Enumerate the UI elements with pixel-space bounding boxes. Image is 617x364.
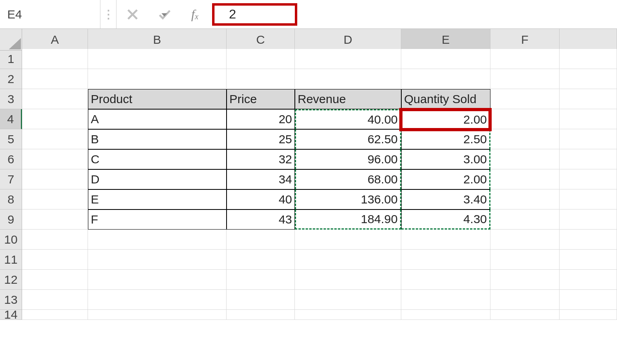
cell-a11[interactable]: [22, 250, 88, 270]
row-header-13[interactable]: 13: [0, 290, 22, 310]
cell-d8[interactable]: 136.00: [295, 189, 401, 209]
cell-b2[interactable]: [88, 69, 227, 89]
cell-a10[interactable]: [22, 230, 88, 250]
cell-d3[interactable]: Revenue: [295, 89, 401, 109]
row-header-1[interactable]: 1: [0, 49, 22, 69]
cell-b13[interactable]: [88, 290, 227, 310]
cell-g6[interactable]: [560, 149, 617, 169]
cell-a3[interactable]: [22, 89, 88, 109]
cell-a1[interactable]: [22, 49, 88, 69]
cell-e14[interactable]: [401, 310, 490, 320]
cell-a9[interactable]: [22, 209, 88, 230]
cell-e12[interactable]: [401, 270, 490, 290]
fx-icon[interactable]: fx: [181, 7, 209, 22]
cell-d4[interactable]: 40.00: [295, 109, 401, 129]
cell-c13[interactable]: [227, 290, 295, 310]
cell-e1[interactable]: [401, 49, 490, 69]
col-header-c[interactable]: C: [227, 29, 295, 51]
col-header-f[interactable]: F: [490, 29, 560, 51]
cell-c5[interactable]: 25: [227, 129, 295, 149]
cell-f7[interactable]: [490, 169, 560, 189]
cell-c14[interactable]: [227, 310, 295, 320]
cell-c1[interactable]: [227, 49, 295, 69]
cell-f6[interactable]: [490, 149, 560, 169]
cell-c2[interactable]: [227, 69, 295, 89]
cell-f2[interactable]: [490, 69, 560, 89]
cell-f1[interactable]: [490, 49, 560, 69]
cell-e13[interactable]: [401, 290, 490, 310]
row-header-3[interactable]: 3: [0, 89, 22, 109]
col-header-blank[interactable]: [560, 29, 617, 51]
cell-b10[interactable]: [88, 230, 227, 250]
cell-b8[interactable]: E: [88, 189, 227, 209]
cell-b12[interactable]: [88, 270, 227, 290]
cell-e10[interactable]: [401, 230, 490, 250]
cell-a13[interactable]: [22, 290, 88, 310]
cell-b6[interactable]: C: [88, 149, 227, 169]
cell-g2[interactable]: [560, 69, 617, 89]
col-header-b[interactable]: B: [88, 29, 227, 51]
row-header-12[interactable]: 12: [0, 270, 22, 290]
cell-f9[interactable]: [490, 209, 560, 230]
cell-c12[interactable]: [227, 270, 295, 290]
cell-g11[interactable]: [560, 250, 617, 270]
cancel-icon[interactable]: [116, 0, 149, 28]
cell-d11[interactable]: [295, 250, 401, 270]
cell-c9[interactable]: 43: [227, 209, 295, 230]
cell-e2[interactable]: [401, 69, 490, 89]
cell-c6[interactable]: 32: [227, 149, 295, 169]
row-header-4[interactable]: 4: [0, 109, 22, 129]
cell-d14[interactable]: [295, 310, 401, 320]
cell-e5[interactable]: 2.50: [401, 129, 490, 149]
cell-f13[interactable]: [490, 290, 560, 310]
cell-g12[interactable]: [560, 270, 617, 290]
cell-a8[interactable]: [22, 189, 88, 209]
cell-d5[interactable]: 62.50: [295, 129, 401, 149]
cell-c4[interactable]: 20: [227, 109, 295, 129]
row-header-9[interactable]: 9: [0, 209, 22, 230]
col-header-e[interactable]: E: [401, 29, 490, 51]
cell-c8[interactable]: 40: [227, 189, 295, 209]
cell-e9[interactable]: 4.30: [401, 209, 490, 230]
cell-d6[interactable]: 96.00: [295, 149, 401, 169]
cell-g3[interactable]: [560, 89, 617, 109]
col-header-a[interactable]: A: [22, 29, 88, 51]
row-header-5[interactable]: 5: [0, 129, 22, 149]
cell-c7[interactable]: 34: [227, 169, 295, 189]
cell-b7[interactable]: D: [88, 169, 227, 189]
cell-b5[interactable]: B: [88, 129, 227, 149]
formula-input[interactable]: [209, 7, 617, 22]
cell-g7[interactable]: [560, 169, 617, 189]
row-header-14[interactable]: 14: [0, 310, 22, 320]
cell-b1[interactable]: [88, 49, 227, 69]
cell-f5[interactable]: [490, 129, 560, 149]
cell-b9[interactable]: F: [88, 209, 227, 230]
row-header-2[interactable]: 2: [0, 69, 22, 89]
cell-d1[interactable]: [295, 49, 401, 69]
cell-e7[interactable]: 2.00: [401, 169, 490, 189]
cell-g10[interactable]: [560, 230, 617, 250]
cell-f10[interactable]: [490, 230, 560, 250]
cell-e3[interactable]: Quantity Sold: [401, 89, 490, 109]
cell-d7[interactable]: 68.00: [295, 169, 401, 189]
cell-c3[interactable]: Price: [227, 89, 295, 109]
cell-g8[interactable]: [560, 189, 617, 209]
cell-f11[interactable]: [490, 250, 560, 270]
row-header-11[interactable]: 11: [0, 250, 22, 270]
cell-f4[interactable]: [490, 109, 560, 129]
cell-a2[interactable]: [22, 69, 88, 89]
cell-f14[interactable]: [490, 310, 560, 320]
row-header-10[interactable]: 10: [0, 230, 22, 250]
cell-d10[interactable]: [295, 230, 401, 250]
cell-b3[interactable]: Product: [88, 89, 227, 109]
cell-c11[interactable]: [227, 250, 295, 270]
cell-f12[interactable]: [490, 270, 560, 290]
cell-f3[interactable]: [490, 89, 560, 109]
cell-b11[interactable]: [88, 250, 227, 270]
cell-a12[interactable]: [22, 270, 88, 290]
cell-e4[interactable]: 2.00: [401, 109, 490, 129]
cell-g14[interactable]: [560, 310, 617, 320]
row-header-7[interactable]: 7: [0, 169, 22, 189]
cell-d12[interactable]: [295, 270, 401, 290]
cell-a5[interactable]: [22, 129, 88, 149]
